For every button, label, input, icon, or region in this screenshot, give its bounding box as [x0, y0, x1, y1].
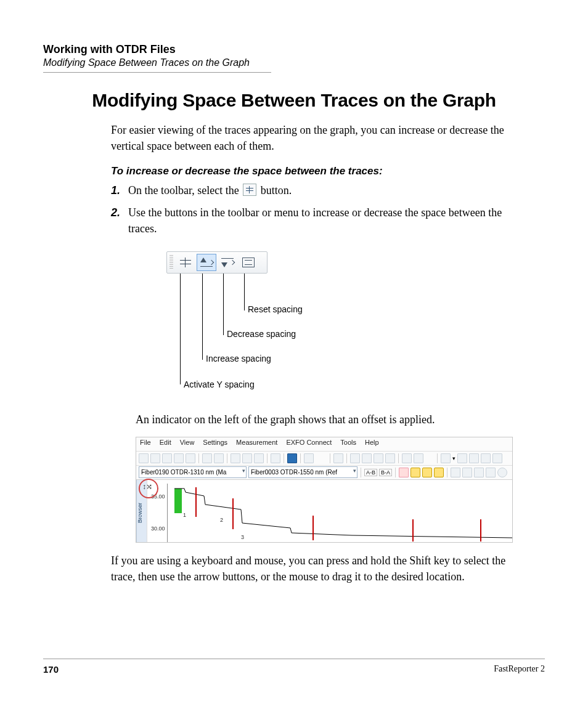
- menu-help[interactable]: Help: [365, 439, 379, 451]
- activate-y-spacing-button[interactable]: [176, 254, 195, 271]
- lock-icon[interactable]: [434, 468, 444, 477]
- separator-icon: [447, 468, 447, 477]
- event-marker: [195, 487, 197, 517]
- doc-icon[interactable]: [350, 453, 360, 463]
- page-footer: 170 FastReporter 2: [43, 659, 545, 675]
- procedure-heading: To increase or decrease the space betwee…: [111, 165, 520, 177]
- separator-icon: [395, 468, 396, 477]
- menu-view[interactable]: View: [180, 439, 195, 451]
- step-1-text-a: On the toolbar, select the: [128, 184, 242, 197]
- header-rule: [43, 72, 271, 73]
- zoom-icon[interactable]: [451, 468, 460, 477]
- open-icon[interactable]: [150, 453, 160, 463]
- menu-bar: File Edit View Settings Measurement EXFO…: [136, 437, 512, 451]
- b-minus-a-button[interactable]: B-A: [379, 469, 392, 476]
- doc-icon[interactable]: [362, 453, 372, 463]
- doc-icon[interactable]: [374, 453, 383, 463]
- dropdown-caret-icon[interactable]: ▾: [452, 455, 455, 461]
- copy-icon[interactable]: [242, 453, 252, 463]
- export-icon[interactable]: [333, 453, 343, 463]
- save-icon[interactable]: [174, 453, 184, 463]
- refresh-icon[interactable]: [271, 453, 280, 463]
- separator-icon: [346, 453, 347, 463]
- event-label: 1: [183, 512, 186, 518]
- separator-icon: [398, 453, 399, 463]
- y-spacing-inline-icon: [243, 184, 256, 196]
- print-preview-icon[interactable]: [214, 453, 224, 463]
- event-label: 2: [220, 517, 223, 523]
- marker-split-icon[interactable]: [399, 468, 409, 477]
- callout-increase: Increase spacing: [206, 354, 271, 363]
- page-icon[interactable]: [457, 453, 467, 463]
- lock-icon[interactable]: [422, 468, 432, 477]
- page-number: 170: [43, 664, 59, 675]
- decrease-spacing-button[interactable]: [218, 254, 237, 271]
- toolbar-row-1: ▾: [136, 451, 512, 465]
- callout-leader: [244, 274, 245, 310]
- zoom-out-icon[interactable]: [474, 468, 484, 477]
- page-icon[interactable]: [481, 453, 491, 463]
- event-label: 3: [241, 534, 244, 540]
- info-icon[interactable]: [497, 468, 507, 477]
- menu-exfo-connect[interactable]: EXFO Connect: [286, 439, 332, 451]
- callout-leader: [223, 274, 224, 335]
- page-title: Modifying Space Between Traces on the Gr…: [43, 90, 545, 111]
- menu-settings[interactable]: Settings: [203, 439, 227, 451]
- procedure-steps: On the toolbar, select the button. Use t…: [111, 182, 520, 237]
- menu-file[interactable]: File: [140, 439, 151, 451]
- y-tick-label: 30.00: [151, 525, 165, 532]
- increase-spacing-button[interactable]: [197, 254, 216, 271]
- offset-highlight-circle: [139, 479, 158, 498]
- separator-icon: [284, 453, 284, 463]
- closing-paragraph: If you are using a keyboard and mouse, y…: [111, 553, 520, 585]
- callout-activate: Activate Y spacing: [184, 379, 255, 389]
- toolbar-row-2: Fiber0190 OTDR-1310 nm (Ma Fiber0003 OTD…: [136, 465, 512, 479]
- cut-icon[interactable]: [231, 453, 240, 463]
- paste-icon[interactable]: [254, 453, 264, 463]
- spacing-toolbar: [166, 251, 267, 274]
- step-1-text-b: button.: [261, 184, 292, 197]
- open-folder-icon[interactable]: [162, 453, 172, 463]
- menu-edit[interactable]: Edit: [160, 439, 171, 451]
- separator-icon: [227, 453, 227, 463]
- save-all-icon[interactable]: [186, 453, 195, 463]
- doc-icon[interactable]: [402, 453, 412, 463]
- application-screenshot: File Edit View Settings Measurement EXFO…: [136, 437, 513, 543]
- toolbar-grip-icon: [169, 255, 173, 270]
- event-marker: [412, 519, 414, 542]
- page-icon[interactable]: [492, 453, 502, 463]
- menu-measurement[interactable]: Measurement: [236, 439, 277, 451]
- a-minus-b-button[interactable]: A-B: [364, 469, 377, 476]
- main-trace-combo[interactable]: Fiber0190 OTDR-1310 nm (Ma: [139, 466, 247, 478]
- menu-tools[interactable]: Tools: [340, 439, 356, 451]
- event-marker: [232, 498, 234, 529]
- section-breadcrumb: Modifying Space Between Traces on the Gr…: [43, 57, 545, 68]
- callout-leader: [202, 274, 203, 360]
- doc-icon[interactable]: [385, 453, 395, 463]
- report-icon[interactable]: [441, 453, 451, 463]
- separator-icon: [267, 453, 267, 463]
- separator-icon: [330, 453, 330, 463]
- zoom-in-icon[interactable]: [462, 468, 472, 477]
- exfo-icon[interactable]: [287, 453, 297, 463]
- event-marker: [480, 519, 481, 542]
- trace-plot[interactable]: 35.00 30.00 1 2 3 ↕⤭: [147, 480, 512, 543]
- indicator-paragraph: An indicator on the left of the graph sh…: [136, 412, 520, 428]
- document-page: Working with OTDR Files Modifying Space …: [0, 0, 588, 714]
- callout-decrease: Decrease spacing: [227, 329, 296, 339]
- page-icon[interactable]: [469, 453, 479, 463]
- ref-trace-combo[interactable]: Fiber0003 OTDR-1550 nm (Ref: [248, 466, 357, 478]
- separator-icon: [198, 453, 199, 463]
- grid-icon[interactable]: [486, 468, 496, 477]
- help-icon[interactable]: [304, 453, 314, 463]
- product-name: FastReporter 2: [494, 664, 545, 675]
- print-icon[interactable]: [202, 453, 212, 463]
- new-icon[interactable]: [139, 453, 149, 463]
- doc-icon[interactable]: [414, 453, 423, 463]
- separator-icon: [300, 453, 301, 463]
- step-2: Use the buttons in the toolbar or menu t…: [128, 205, 520, 237]
- callout-leader: [180, 274, 181, 384]
- reset-spacing-button[interactable]: [239, 254, 258, 271]
- lock-icon[interactable]: [410, 468, 420, 477]
- otdr-trace: [167, 480, 512, 543]
